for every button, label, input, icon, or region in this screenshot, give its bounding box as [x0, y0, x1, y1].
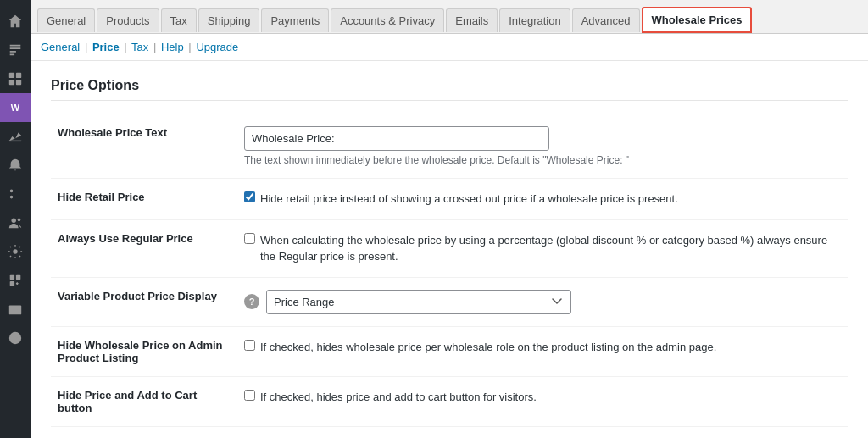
home-icon[interactable] [0, 7, 31, 36]
sidebar: W [0, 0, 31, 438]
row-hide-wholesale-price-admin: Hide Wholesale Price on Admin Product Li… [51, 326, 848, 376]
tab-accounts-privacy[interactable]: Accounts & Privacy [331, 8, 444, 32]
value-variable-product-price-display: ? Price Range Minimum Price Maximum Pric… [237, 277, 848, 326]
users-icon[interactable] [0, 208, 31, 237]
play-icon[interactable] [0, 324, 31, 352]
subnav-general[interactable]: General [41, 41, 80, 53]
always-use-regular-price-label: When calculating the wholesale price by … [260, 232, 841, 265]
tab-advanced[interactable]: Advanced [572, 8, 640, 32]
label-always-use-regular-price: Always Use Regular Price [51, 219, 237, 277]
svg-point-5 [10, 196, 14, 199]
checkbox-row-hide-cart: If checked, hides price and add to cart … [244, 389, 841, 406]
label-wholesale-price-text: Wholesale Price Text [51, 114, 237, 179]
tab-emails[interactable]: Emails [446, 8, 498, 32]
subnav-price[interactable]: Price [92, 41, 120, 53]
subnav-sep-2: | [124, 41, 126, 53]
svg-rect-9 [10, 275, 14, 280]
row-wholesale-price-text: Wholesale Price Text The text shown imme… [51, 114, 848, 179]
content-area: Price Options Wholesale Price Text The t… [31, 61, 868, 438]
select-row-variable-price: ? Price Range Minimum Price Maximum Pric… [244, 290, 841, 314]
hide-price-add-to-cart-label: If checked, hides price and add to cart … [260, 389, 537, 406]
plugins-icon[interactable] [0, 266, 31, 295]
value-wholesale-price-text: The text shown immediately before the wh… [237, 114, 848, 179]
hide-wholesale-price-admin-label: If checked, hides wholesale price per wh… [260, 339, 716, 356]
hide-price-add-to-cart-checkbox[interactable] [244, 390, 255, 401]
svg-point-4 [10, 190, 14, 193]
subnav-help[interactable]: Help [161, 41, 184, 53]
always-use-regular-price-checkbox[interactable] [244, 233, 255, 244]
label-hide-price-add-to-cart: Hide Price and Add to Cart button [51, 376, 237, 426]
tab-tax[interactable]: Tax [161, 8, 197, 32]
value-hide-wholesale-price-admin: If checked, hides wholesale price per wh… [237, 326, 848, 376]
wholesale-price-text-description: The text shown immediately before the wh… [244, 154, 841, 166]
main-content: General Products Tax Shipping Payments A… [31, 0, 868, 438]
row-hide-price-add-to-cart: Hide Price and Add to Cart button If che… [51, 376, 848, 426]
svg-point-6 [12, 219, 16, 223]
subnav-sep-1: | [85, 41, 87, 53]
subnav-tax[interactable]: Tax [131, 41, 148, 53]
options-table: Wholesale Price Text The text shown imme… [51, 114, 848, 427]
tab-wholesale-prices[interactable]: Wholesale Prices [642, 7, 753, 33]
row-always-use-regular-price: Always Use Regular Price When calculatin… [51, 219, 848, 277]
row-hide-retail-price: Hide Retail Price Hide retail price inst… [51, 179, 848, 220]
value-hide-price-add-to-cart: If checked, hides price and add to cart … [237, 376, 848, 426]
checkbox-row-always-regular: When calculating the wholesale price by … [244, 232, 841, 265]
section-title: Price Options [51, 78, 848, 101]
svg-point-8 [13, 249, 17, 253]
hide-retail-price-label: Hide retail price instead of showing a c… [260, 191, 678, 208]
label-hide-wholesale-price-admin: Hide Wholesale Price on Admin Product Li… [51, 326, 237, 376]
tab-integration[interactable]: Integration [499, 8, 570, 32]
woo-icon[interactable]: W [0, 93, 31, 122]
wholesale-price-text-input[interactable] [244, 126, 549, 151]
posts-icon[interactable] [0, 36, 31, 64]
subnav-upgrade[interactable]: Upgrade [196, 41, 238, 53]
notifications-icon[interactable] [0, 151, 31, 180]
hide-retail-price-checkbox[interactable] [244, 191, 255, 202]
svg-rect-11 [10, 281, 14, 286]
tab-general[interactable]: General [37, 8, 95, 32]
variable-price-help-icon[interactable]: ? [244, 294, 259, 309]
tab-bar: General Products Tax Shipping Payments A… [31, 0, 868, 34]
svg-point-7 [18, 219, 21, 222]
tab-payments[interactable]: Payments [261, 8, 329, 32]
value-hide-retail-price: Hide retail price instead of showing a c… [237, 179, 848, 220]
svg-rect-0 [9, 73, 14, 78]
checkbox-row-hide-retail: Hide retail price instead of showing a c… [244, 191, 841, 208]
tab-shipping[interactable]: Shipping [198, 8, 260, 32]
value-always-use-regular-price: When calculating the wholesale price by … [237, 219, 848, 277]
subnav-sep-3: | [153, 41, 156, 53]
svg-rect-2 [9, 80, 14, 85]
subnav: General | Price | Tax | Help | Upgrade [31, 34, 868, 61]
label-variable-product-price-display: Variable Product Price Display [51, 277, 237, 326]
media-icon[interactable] [0, 64, 31, 93]
gear-icon[interactable] [0, 237, 31, 266]
svg-rect-1 [16, 73, 21, 78]
svg-rect-10 [16, 275, 20, 280]
tab-products[interactable]: Products [97, 8, 159, 32]
checkbox-row-hide-admin: If checked, hides wholesale price per wh… [244, 339, 841, 356]
variable-price-display-select[interactable]: Price Range Minimum Price Maximum Price … [266, 290, 571, 314]
hide-wholesale-price-admin-checkbox[interactable] [244, 340, 255, 351]
label-hide-retail-price: Hide Retail Price [51, 179, 237, 220]
chart-icon[interactable] [0, 122, 31, 151]
row-variable-product-price-display: Variable Product Price Display ? Price R… [51, 277, 848, 326]
mail-icon[interactable] [0, 295, 31, 324]
subnav-sep-4: | [188, 41, 191, 53]
scissors-icon[interactable] [0, 180, 31, 208]
svg-rect-3 [16, 80, 21, 85]
